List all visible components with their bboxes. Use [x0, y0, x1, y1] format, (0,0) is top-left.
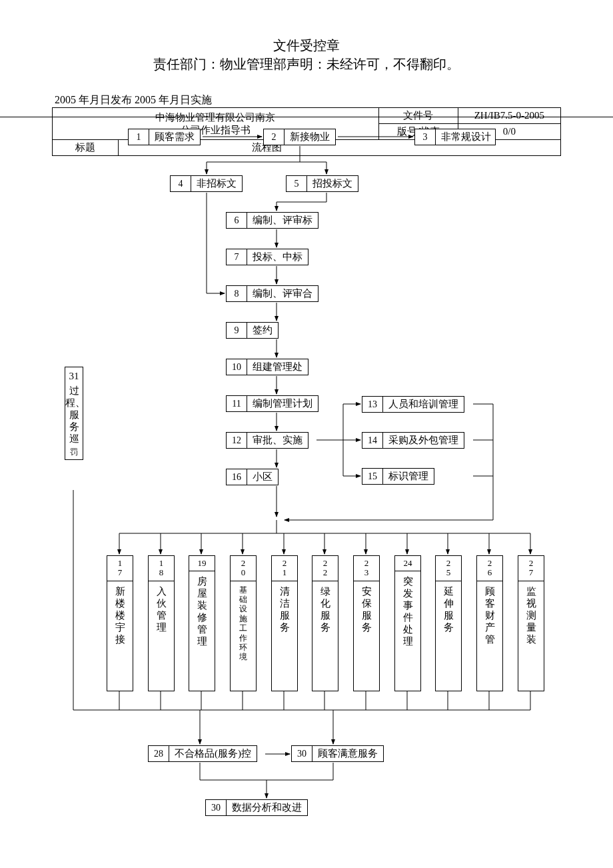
- node-26: 26顾客财产管: [476, 555, 503, 691]
- node-5: 5招投标文: [286, 175, 358, 192]
- node-9: 9签约: [226, 322, 279, 339]
- node-22: 22绿化服务: [312, 555, 338, 691]
- date-line: 2005 年月日发布 2005 年月日实施: [55, 93, 212, 107]
- doc-disclaimer: 责任部门：物业管理部声明：未经许可，不得翻印。: [0, 55, 613, 73]
- node-30b: 30数据分析和改进: [205, 799, 308, 816]
- node-7: 7投标、中标: [226, 249, 308, 265]
- node-12: 12审批、实施: [226, 432, 308, 449]
- node-27: 27监视测量装: [518, 555, 544, 691]
- node-15: 15标识管理: [362, 468, 434, 485]
- node-25: 25延伸服务: [435, 555, 462, 691]
- node-28: 28不合格品(服务)控: [148, 745, 257, 762]
- node-24: 24突发事件处理: [394, 555, 421, 691]
- node-16: 16小区: [226, 469, 279, 485]
- node-3: 3非常规设计: [414, 129, 496, 145]
- node-11: 11编制管理计划: [226, 395, 318, 412]
- node-4: 4非招标文: [170, 175, 243, 192]
- node-6: 6编制、评审标: [226, 212, 318, 229]
- node-21: 21清洁服务: [271, 555, 298, 691]
- node-30a: 30顾客满意服务: [291, 745, 384, 762]
- node-8: 8编制、评审合: [226, 285, 318, 302]
- node-18: 18入伙管理: [148, 555, 175, 691]
- node-23: 23安保服务: [353, 555, 380, 691]
- doc-stamp-title: 文件受控章: [0, 37, 613, 55]
- node-2: 2新接物业: [263, 129, 336, 145]
- node-19: 19房屋装修管理: [189, 555, 215, 691]
- node-17: 17新楼楼宇接: [107, 555, 133, 691]
- node-13: 13人员和培训管理: [362, 396, 464, 413]
- node-1: 1顾客需求: [128, 129, 201, 145]
- node-31: 31过程、服务巡罚: [65, 367, 83, 460]
- node-14: 14采购及外包管理: [362, 432, 464, 449]
- node-20: 20基础设施工作环境: [230, 555, 257, 691]
- node-10: 10组建管理处: [226, 359, 308, 375]
